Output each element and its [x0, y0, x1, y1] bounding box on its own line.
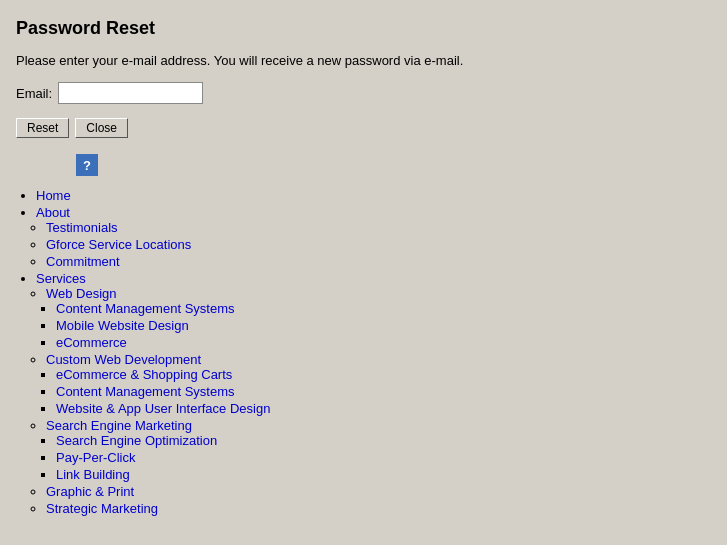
list-item: Home	[36, 188, 711, 203]
list-item: Gforce Service Locations	[46, 237, 711, 252]
nav-link[interactable]: Custom Web Development	[46, 352, 201, 367]
list-item: eCommerce	[56, 335, 711, 350]
email-input[interactable]	[58, 82, 203, 104]
list-item: eCommerce & Shopping Carts	[56, 367, 711, 382]
nav-link[interactable]: Website & App User Interface Design	[56, 401, 270, 416]
email-label: Email:	[16, 86, 52, 101]
list-item: Graphic & Print	[46, 484, 711, 499]
nav-link[interactable]: Pay-Per-Click	[56, 450, 135, 465]
list-item: Web DesignContent Management SystemsMobi…	[46, 286, 711, 350]
nav-link[interactable]: Strategic Marketing	[46, 501, 158, 516]
nav-link[interactable]: eCommerce	[56, 335, 127, 350]
nav-link[interactable]: Services	[36, 271, 86, 286]
list-item: AboutTestimonialsGforce Service Location…	[36, 205, 711, 269]
list-item: Content Management Systems	[56, 301, 711, 316]
main-nav: HomeAboutTestimonialsGforce Service Loca…	[16, 188, 711, 516]
nav-link[interactable]: Search Engine Marketing	[46, 418, 192, 433]
list-item: Pay-Per-Click	[56, 450, 711, 465]
list-item: Content Management Systems	[56, 384, 711, 399]
nav-link[interactable]: Mobile Website Design	[56, 318, 189, 333]
nav-link[interactable]: Content Management Systems	[56, 384, 234, 399]
nav-link[interactable]: Commitment	[46, 254, 120, 269]
nav-link[interactable]: eCommerce & Shopping Carts	[56, 367, 232, 382]
nav-link[interactable]: Gforce Service Locations	[46, 237, 191, 252]
close-button[interactable]: Close	[75, 118, 128, 138]
nav-link[interactable]: Home	[36, 188, 71, 203]
list-item: Mobile Website Design	[56, 318, 711, 333]
list-item: Custom Web DevelopmenteCommerce & Shoppi…	[46, 352, 711, 416]
list-item: Search Engine Optimization	[56, 433, 711, 448]
list-item: Commitment	[46, 254, 711, 269]
captcha-area: ?	[76, 154, 711, 176]
nav-link[interactable]: Graphic & Print	[46, 484, 134, 499]
list-item: Testimonials	[46, 220, 711, 235]
nav-link[interactable]: Search Engine Optimization	[56, 433, 217, 448]
captcha-icon[interactable]: ?	[76, 154, 98, 176]
list-item: Strategic Marketing	[46, 501, 711, 516]
reset-button[interactable]: Reset	[16, 118, 69, 138]
nav-link[interactable]: About	[36, 205, 70, 220]
nav-link[interactable]: Content Management Systems	[56, 301, 234, 316]
list-item: Link Building	[56, 467, 711, 482]
page-title: Password Reset	[16, 18, 711, 39]
nav-link[interactable]: Testimonials	[46, 220, 118, 235]
nav-link[interactable]: Web Design	[46, 286, 117, 301]
email-row: Email:	[16, 82, 711, 104]
list-item: ServicesWeb DesignContent Management Sys…	[36, 271, 711, 516]
button-row: Reset Close	[16, 118, 711, 138]
list-item: Search Engine MarketingSearch Engine Opt…	[46, 418, 711, 482]
description-text: Please enter your e-mail address. You wi…	[16, 53, 711, 68]
nav-link[interactable]: Link Building	[56, 467, 130, 482]
list-item: Website & App User Interface Design	[56, 401, 711, 416]
